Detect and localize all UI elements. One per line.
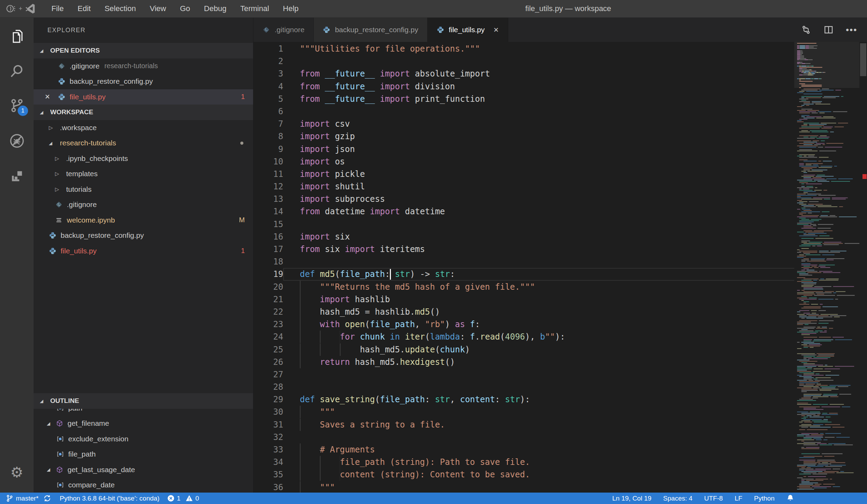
code-line[interactable]: 29def save_string(file_path: str, conten… (253, 393, 794, 406)
eol-status[interactable]: LF (735, 495, 742, 502)
code-line[interactable]: 16import six (253, 231, 794, 243)
menu-view[interactable]: View (150, 4, 166, 13)
section-open-editors[interactable]: ◢ OPEN EDITORS (34, 43, 253, 58)
code-line[interactable]: 33# Arguments (253, 443, 794, 456)
chevron-expanded-icon[interactable]: ◢ (49, 141, 55, 146)
code-line[interactable]: 20"""Returns the md5 hash of a given fil… (253, 281, 794, 293)
code-line[interactable]: 5from __future__ import print_function (253, 93, 794, 105)
tab-gitignore[interactable]: .gitignore (253, 18, 314, 42)
section-outline[interactable]: ◢ OUTLINE (34, 393, 253, 409)
code-line[interactable]: 21import hashlib (253, 293, 794, 306)
code-line[interactable]: 8import gzip (253, 130, 794, 143)
menu-selection[interactable]: Selection (105, 4, 136, 13)
code-line[interactable]: 36""" (253, 481, 794, 493)
code-line[interactable]: 13import subprocess (253, 193, 794, 205)
code-line[interactable]: 14from datetime import datetime (253, 205, 794, 218)
file-welcome-ipynb[interactable]: welcome.ipynb M (34, 213, 253, 228)
code-line[interactable]: 23with open(file_path, "rb") as f: (253, 318, 794, 331)
source-control-icon[interactable]: 1 (0, 90, 34, 121)
chevron-collapsed-icon[interactable]: ▷ (55, 155, 61, 162)
code-line[interactable]: 12import shutil (253, 180, 794, 193)
encoding-status[interactable]: UTF-8 (704, 495, 723, 502)
explorer-icon[interactable] (0, 21, 34, 52)
menu-go[interactable]: Go (180, 4, 190, 13)
outline-item-compare-date[interactable]: compare_date (34, 477, 253, 493)
indentation-status[interactable]: Spaces: 4 (663, 495, 692, 502)
code-line[interactable]: 32 (253, 431, 794, 443)
outline-item-exclude-extension[interactable]: exclude_extension (34, 431, 253, 447)
folder-research-tutorials[interactable]: ◢ research-tutorials (34, 135, 253, 151)
code-line[interactable]: 6 (253, 105, 794, 118)
folder-templates[interactable]: ▷ templates (34, 166, 253, 182)
code-line[interactable]: 7import csv (253, 118, 794, 130)
code-line[interactable]: 35content (string): Content to be saved. (253, 468, 794, 481)
file-gitignore[interactable]: .gitignore (34, 197, 253, 213)
code-line[interactable]: 27 (253, 368, 794, 381)
code-line[interactable]: 28 (253, 381, 794, 393)
problems-status[interactable]: 1 0 (167, 495, 199, 502)
file-backup-restore-config[interactable]: backup_restore_config.py (34, 228, 253, 243)
code-line[interactable]: 4from __future__ import division (253, 80, 794, 93)
git-branch-status[interactable]: master* (6, 494, 38, 502)
language-mode-status[interactable]: Python (754, 495, 775, 502)
code-line[interactable]: 1"""Utilities for file operations.""" (253, 43, 794, 55)
code-line[interactable]: 17from six import iteritems (253, 243, 794, 255)
code-line[interactable]: 30""" (253, 406, 794, 418)
code-line[interactable]: 15 (253, 218, 794, 231)
menu-file[interactable]: File (52, 4, 64, 13)
code-line[interactable]: 9import json (253, 143, 794, 155)
chevron-expanded-icon[interactable]: ◢ (47, 467, 53, 472)
code-area[interactable]: 1"""Utilities for file operations."""23f… (253, 42, 867, 493)
open-editor-file-utils[interactable]: ✕ file_utils.py 1 (34, 89, 253, 105)
folder-workspace[interactable]: ▷ .workspace (34, 120, 253, 136)
chevron-collapsed-icon[interactable]: ▷ (55, 186, 61, 192)
minimap[interactable] (794, 42, 859, 493)
code-line[interactable]: 2 (253, 55, 794, 68)
menu-terminal[interactable]: Terminal (240, 4, 269, 13)
cursor-position-status[interactable]: Ln 19, Col 19 (612, 495, 651, 502)
tab-backup-restore-config[interactable]: backup_restore_config.py (314, 18, 428, 42)
tab-file-utils[interactable]: file_utils.py ✕ (428, 18, 508, 42)
code-line[interactable]: 3from __future__ import absolute_import (253, 68, 794, 80)
section-workspace[interactable]: ◢ WORKSPACE (34, 105, 253, 120)
code-line[interactable]: 22hash_md5 = hashlib.md5() (253, 306, 794, 318)
code-line[interactable]: 11import pickle (253, 168, 794, 180)
code-line[interactable]: 34file_path (string): Path to save file. (253, 456, 794, 468)
open-changes-icon[interactable] (801, 25, 811, 35)
chevron-collapsed-icon[interactable]: ▷ (49, 125, 55, 131)
close-tab-icon[interactable]: ✕ (493, 26, 499, 34)
outline-item-get-last-usage-date[interactable]: ◢ get_last_usage_date (34, 462, 253, 478)
code-line[interactable]: 26return hash_md5.hexdigest() (253, 356, 794, 368)
debug-disabled-icon[interactable] (0, 126, 34, 156)
menu-help[interactable]: Help (283, 4, 298, 13)
scrollbar-thumb[interactable] (860, 43, 866, 76)
code-line[interactable]: 10import os (253, 155, 794, 168)
outline-item-get-filename[interactable]: ◢ get_filename (34, 416, 253, 431)
notifications-bell-icon[interactable] (786, 494, 794, 502)
extensions-icon[interactable] (0, 161, 34, 191)
folder-tutorials[interactable]: ▷ tutorials (34, 182, 253, 197)
menu-debug[interactable]: Debug (204, 4, 226, 13)
outline-item-file-path[interactable]: file_path (34, 447, 253, 462)
code-line[interactable]: 18 (253, 255, 794, 268)
code-line[interactable]: 24for chunk in iter(lambda: f.read(4096)… (253, 331, 794, 343)
folder-ipynb-checkpoints[interactable]: ▷ .ipynb_checkpoints (34, 151, 253, 166)
open-editor-gitignore[interactable]: .gitignore research-tutorials (34, 58, 253, 74)
sync-icon[interactable] (43, 494, 51, 502)
code-line[interactable]: 31Saves a string to a file. (253, 418, 794, 431)
chevron-collapsed-icon[interactable]: ▷ (55, 171, 61, 177)
more-actions-icon[interactable]: ••• (846, 25, 857, 35)
code-line[interactable]: 25hash_md5.update(chunk) (253, 343, 794, 356)
open-editor-backup-restore-config[interactable]: backup_restore_config.py (34, 74, 253, 89)
settings-gear-icon[interactable]: ⚙ (0, 457, 34, 488)
split-editor-icon[interactable] (824, 25, 833, 35)
file-file-utils[interactable]: file_utils.py 1 (34, 243, 253, 259)
chevron-expanded-icon[interactable]: ◢ (47, 421, 53, 426)
search-icon[interactable] (0, 56, 34, 86)
code-line[interactable]: 19def md5(file_path: str) -> str: (253, 268, 794, 280)
close-editor-icon[interactable]: ✕ (45, 93, 58, 101)
minimap-slider[interactable] (794, 42, 859, 88)
vertical-scrollbar[interactable] (859, 42, 867, 493)
menu-edit[interactable]: Edit (78, 4, 91, 13)
python-interpreter-status[interactable]: Python 3.6.8 64-bit ('base': conda) (60, 495, 159, 502)
